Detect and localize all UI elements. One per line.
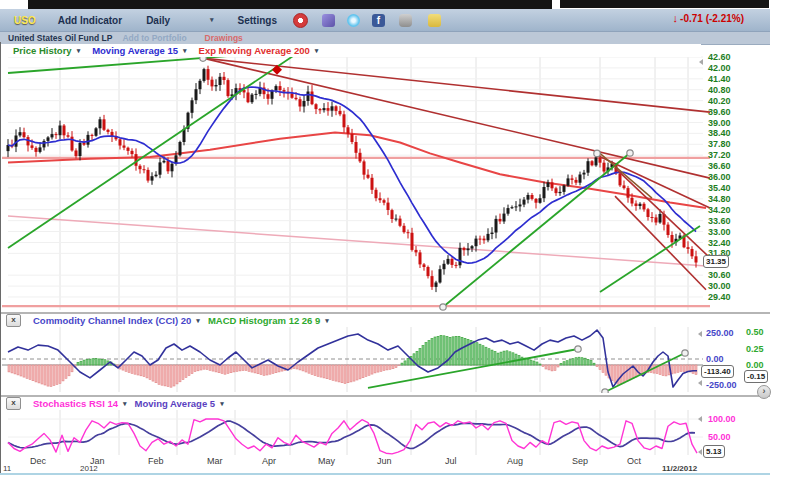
drawing-handle-circle — [440, 304, 446, 310]
svg-text:42.00: 42.00 — [708, 63, 731, 73]
add-indicator-button[interactable]: Add Indicator — [58, 15, 122, 26]
symbol-label[interactable]: USO — [14, 15, 36, 26]
stoch-rsi-dropdown[interactable]: Stochastics RSI 14 — [33, 398, 118, 409]
trendline-green — [443, 153, 630, 307]
chevron-down-icon[interactable]: ▾ — [196, 317, 200, 325]
price-history-dropdown[interactable]: Price History — [13, 45, 72, 56]
month-axis-label: May — [318, 456, 335, 466]
svg-text:34.20: 34.20 — [708, 205, 731, 215]
chevron-down-icon[interactable]: ▾ — [220, 400, 224, 408]
stoch-panel-legend: x Stochastics RSI 14 ▾ Moving Average 5 … — [0, 397, 700, 410]
charting-app-window: USO Add Indicator Daily ▾ Settings f ↓-0… — [0, 0, 792, 486]
axis-scroll-arrow-icon[interactable] — [698, 331, 702, 337]
drawing-handle-circle — [594, 150, 600, 156]
svg-text:-250.00: -250.00 — [706, 380, 737, 390]
svg-text:30.60: 30.60 — [708, 270, 731, 280]
chat-icon[interactable] — [428, 14, 441, 27]
pink-trendline — [8, 216, 706, 266]
svg-text:42.60: 42.60 — [708, 52, 731, 62]
axis-scroll-arrow-icon[interactable] — [699, 59, 703, 65]
ma5-dropdown[interactable]: Moving Average 5 — [135, 398, 216, 409]
trendline-red — [203, 58, 710, 178]
cci-dropdown[interactable]: Commodity Channel Index (CCI) 20 — [33, 315, 191, 326]
last-price-badge: 31.35 — [703, 255, 729, 268]
ma15-dropdown[interactable]: Moving Average 15 — [92, 45, 178, 56]
svg-text:36.60: 36.60 — [708, 161, 731, 171]
close-stoch-panel-button[interactable]: x — [6, 397, 21, 410]
cube-icon[interactable] — [322, 14, 335, 27]
month-axis-label: Apr — [262, 456, 276, 466]
period-dropdown[interactable]: Daily — [146, 15, 170, 26]
svg-text:39.00: 39.00 — [708, 118, 731, 128]
svg-text:40.80: 40.80 — [708, 85, 731, 95]
month-axis-label: Aug — [507, 456, 523, 466]
date-axis-label: 11 — [3, 464, 11, 473]
svg-text:41.40: 41.40 — [708, 74, 731, 84]
svg-text:38.40: 38.40 — [708, 128, 731, 138]
stoch-value-badge: 5.13 — [703, 445, 725, 458]
month-axis-label: Dec — [30, 456, 46, 466]
drawing-handle-circle — [575, 346, 581, 352]
drawings-link[interactable]: Drawings — [205, 33, 243, 43]
chevron-down-icon[interactable]: ▾ — [183, 47, 187, 55]
chevron-down-icon[interactable]: ▾ — [210, 16, 214, 24]
change-value: -0.71 (-2.21%) — [680, 13, 744, 24]
chevron-down-icon[interactable]: ▾ — [325, 317, 329, 325]
month-axis-label: Oct — [627, 456, 641, 466]
stoch-panel-plot — [8, 419, 703, 454]
stochrsi-line — [8, 419, 697, 454]
svg-text:36.00: 36.00 — [708, 172, 731, 182]
svg-text:0.50: 0.50 — [746, 327, 764, 337]
macd-dropdown[interactable]: MACD Histogram 12 26 9 — [208, 315, 320, 326]
month-axis-label: Sep — [572, 456, 588, 466]
settings-button[interactable]: Settings — [238, 15, 277, 26]
svg-text:33.00: 33.00 — [708, 227, 731, 237]
chart-canvas: 42.6042.0041.4040.8040.2039.6039.0038.40… — [0, 0, 792, 486]
cci-axis-labels: 250.000.00-250.00 — [706, 328, 737, 390]
drawing-handle-circle — [627, 150, 633, 156]
month-axis-label: Jul — [445, 456, 457, 466]
svg-text:34.80: 34.80 — [708, 194, 731, 204]
down-arrow-icon: ↓ — [673, 12, 679, 24]
svg-text:29.40: 29.40 — [708, 292, 731, 302]
chevron-down-icon[interactable]: ▾ — [123, 400, 127, 408]
close-cci-panel-button[interactable]: x — [6, 314, 21, 327]
axis-scroll-arrow-icon[interactable] — [698, 380, 702, 386]
svg-text:100.00: 100.00 — [708, 414, 736, 424]
chevron-down-icon[interactable]: ▾ — [77, 47, 81, 55]
ma15-line — [8, 87, 696, 263]
ema200-dropdown[interactable]: Exp Moving Average 200 — [199, 45, 310, 56]
svg-text:30.00: 30.00 — [708, 281, 731, 291]
svg-text:39.60: 39.60 — [708, 107, 731, 117]
price-panel-plot — [2, 50, 710, 310]
svg-text:0.25: 0.25 — [746, 344, 764, 354]
svg-text:40.20: 40.20 — [708, 96, 731, 106]
twitter-icon[interactable] — [347, 14, 360, 27]
cci-value-badge: -113.40 — [701, 365, 734, 378]
drawing-handle-circle — [682, 350, 688, 356]
month-axis-label: Jun — [377, 456, 392, 466]
trendline-green — [8, 50, 302, 248]
chevron-down-icon[interactable]: ▾ — [315, 47, 319, 55]
axis-scroll-arrow-icon[interactable] — [698, 449, 702, 455]
add-to-portfolio-link[interactable]: Add to Portfolio — [122, 33, 186, 43]
svg-text:32.40: 32.40 — [708, 238, 731, 248]
price-change-readout: ↓-0.71 (-2.21%) — [673, 12, 744, 24]
axis-scroll-arrow-icon[interactable] — [698, 416, 702, 422]
stoch-axis-labels: 100.0050.00 — [708, 414, 736, 442]
month-axis-label: Mar — [207, 456, 223, 466]
month-gridlines — [60, 48, 688, 455]
alerts-clock-icon[interactable] — [293, 13, 308, 28]
date-axis-label: 2012 — [80, 464, 98, 473]
fund-name-label: United States Oil Fund LP — [8, 33, 112, 43]
svg-text:250.00: 250.00 — [706, 328, 734, 338]
month-axis-label: Feb — [148, 456, 164, 466]
facebook-icon[interactable]: f — [372, 14, 385, 27]
chart-left-border — [0, 42, 1, 473]
macd-axis-labels: 0.500.250.00 — [746, 327, 764, 370]
date-axis-label: 11/2/2012 — [662, 464, 697, 473]
camera-snapshot-icon[interactable] — [399, 14, 412, 27]
scroll-right-button[interactable]: › — [757, 385, 771, 399]
svg-text:50.00: 50.00 — [708, 432, 731, 442]
svg-text:0.00: 0.00 — [746, 360, 764, 370]
